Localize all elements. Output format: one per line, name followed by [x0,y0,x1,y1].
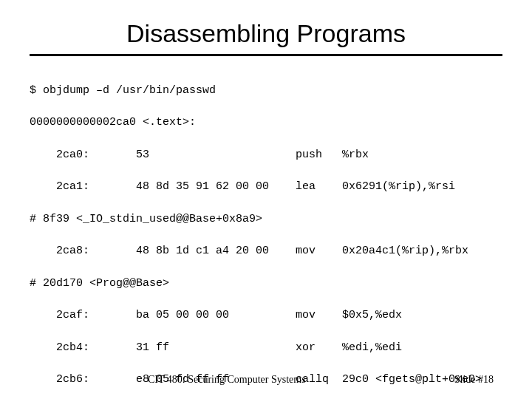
title-divider [30,54,502,56]
code-line: 2cb4: 31 ff xor %edi,%edi [30,340,502,356]
slide-title: Disassembling Programs [30,19,502,48]
code-line: 2ca1: 48 8d 35 91 62 00 00 lea 0x6291(%r… [30,179,502,195]
code-line: 0000000000002ca0 <.text>: [30,115,502,131]
code-line: # 20d170 <Prog@@Base> [30,276,502,292]
footer-right: Slide #18 [454,374,494,386]
code-line: 2caf: ba 05 00 00 00 mov $0x5,%edx [30,307,502,324]
footer-left: CIT 480: Securing Computer Systems [148,374,306,386]
code-line: 2ca8: 48 8b 1d c1 a4 20 00 mov 0x20a4c1(… [30,243,502,259]
slide-footer: CIT 480: Securing Computer Systems Slide… [0,374,532,386]
code-line: 2ca0: 53 push %rbx [30,147,502,163]
code-block: $ objdump –d /usr/bin/passwd 00000000000… [30,66,502,399]
code-line: $ objdump –d /usr/bin/passwd [30,83,502,99]
code-line: # 8f39 <_IO_stdin_used@@Base+0x8a9> [30,211,502,228]
